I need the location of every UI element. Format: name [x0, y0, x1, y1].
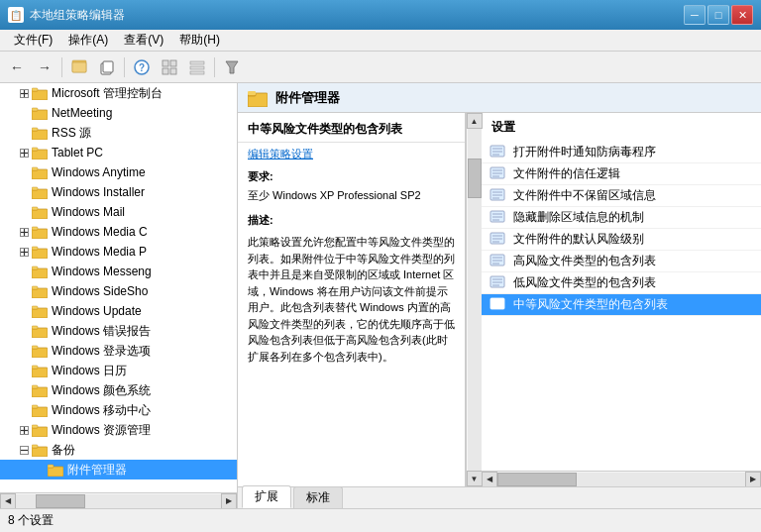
policy-desc-label: 描述:: [238, 209, 465, 230]
tab-standard[interactable]: 标准: [293, 486, 343, 508]
tree-item-microsoft[interactable]: Microsoft 管理控制台: [0, 83, 237, 103]
settings-item-7[interactable]: 中等风险文件类型的包含列表: [482, 294, 761, 316]
tree-label-winMediaC: Windows Media C: [52, 225, 148, 239]
window-title: 本地组策略编辑器: [30, 7, 125, 24]
menu-action[interactable]: 操作(A): [60, 30, 116, 51]
tree-item-winInstaller[interactable]: Windows Installer: [0, 182, 237, 202]
folder-icon-winMediaC: [32, 225, 48, 239]
filter-button[interactable]: [219, 55, 245, 79]
menu-view[interactable]: 查看(V): [116, 30, 171, 51]
tree-item-winMobile[interactable]: Windows 移动中心: [0, 400, 237, 420]
settings-item-1[interactable]: 文件附件的信任逻辑: [482, 163, 761, 185]
tree-label-winMobile: Windows 移动中心: [52, 402, 151, 419]
tree-item-winCalendar[interactable]: Windows 日历: [0, 361, 237, 380]
expander-winMail: [16, 204, 32, 220]
expander-attachMgr: [32, 462, 48, 478]
tree-item-winMediaC[interactable]: Windows Media C: [0, 222, 237, 242]
close-button[interactable]: ✕: [731, 5, 753, 25]
left-scroll-right[interactable]: ▶: [221, 493, 237, 509]
toolbar: ← → ?: [0, 52, 761, 83]
list-button[interactable]: [184, 55, 210, 79]
left-scroll-thumb[interactable]: [36, 494, 85, 508]
help-button[interactable]: ?: [129, 55, 155, 79]
tree-item-winUpdate[interactable]: Windows Update: [0, 301, 237, 321]
expander-winSideShow: [16, 283, 32, 299]
policy-scroll-up[interactable]: ▲: [467, 113, 483, 129]
tree-item-winMail[interactable]: Windows Mail: [0, 202, 237, 222]
tree-item-winAnytime[interactable]: Windows Anytime: [0, 162, 237, 182]
menu-file[interactable]: 文件(F): [6, 30, 60, 51]
folder-icon-winUpdate: [32, 304, 48, 318]
settings-h-scrollbar[interactable]: ◀ ▶: [482, 471, 761, 486]
policy-scrollbar[interactable]: ▲ ▼: [466, 113, 482, 486]
tree-item-attachMgr[interactable]: 附件管理器: [0, 460, 237, 479]
tree-item-winExplorer[interactable]: Windows 资源管理: [0, 420, 237, 440]
tree-item-rss[interactable]: RSS 源: [0, 123, 237, 143]
status-text: 8 个设置: [8, 512, 54, 529]
settings-item-label-7: 中等风险文件类型的包含列表: [513, 296, 668, 313]
tree-label-winSideShow: Windows SideSho: [52, 284, 148, 298]
settings-item-6[interactable]: 低风险文件类型的包含列表: [482, 272, 761, 294]
folder-icon-winInstaller: [32, 185, 48, 199]
tree-label-winError: Windows 错误报告: [52, 323, 151, 340]
policy-require-content: 至少 Windows XP Professional SP2: [238, 186, 465, 209]
settings-scroll-thumb[interactable]: [497, 473, 577, 486]
policy-scroll-down[interactable]: ▼: [467, 471, 483, 486]
tree-item-winColor[interactable]: Windows 颜色系统: [0, 380, 237, 400]
status-bar: 8 个设置: [0, 508, 761, 532]
tree-item-winLogin[interactable]: Windows 登录选项: [0, 341, 237, 361]
policy-scroll-thumb[interactable]: [468, 159, 482, 198]
expander-winExplorer[interactable]: [16, 422, 32, 438]
folder-icon-rss: [32, 126, 48, 140]
expander-winInstaller: [16, 184, 32, 200]
tree-item-winSideShow[interactable]: Windows SideSho: [0, 281, 237, 301]
tab-expand[interactable]: 扩展: [242, 485, 291, 508]
tree-view[interactable]: Microsoft 管理控制台NetMeetingRSS 源Tablet PCW…: [0, 83, 237, 492]
back-button[interactable]: ←: [4, 55, 30, 79]
tree-item-tablet[interactable]: Tablet PC: [0, 143, 237, 162]
settings-item-0[interactable]: 打开附件时通知防病毒程序: [482, 142, 761, 163]
tree-label-winAnytime: Windows Anytime: [52, 165, 146, 179]
settings-scroll-left[interactable]: ◀: [482, 472, 497, 487]
window-controls: ─ □ ✕: [684, 5, 753, 25]
settings-item-2[interactable]: 文件附件中不保留区域信息: [482, 185, 761, 207]
view-button[interactable]: [157, 55, 182, 79]
settings-item-5[interactable]: 高风险文件类型的包含列表: [482, 251, 761, 272]
expander-backup[interactable]: [16, 442, 32, 458]
svg-rect-7: [170, 60, 176, 66]
settings-scroll-right[interactable]: ▶: [745, 472, 761, 487]
maximize-button[interactable]: □: [707, 5, 729, 25]
folder-icon-backup: [32, 443, 48, 457]
left-scroll-left[interactable]: ◀: [0, 493, 16, 509]
expander-winMediaP[interactable]: [16, 244, 32, 260]
expander-winError: [16, 323, 32, 339]
expander-winCalendar: [16, 363, 32, 378]
tree-item-winMessenger[interactable]: Windows Messeng: [0, 262, 237, 281]
tree-item-winMediaP[interactable]: Windows Media P: [0, 242, 237, 262]
expander-winMediaC[interactable]: [16, 224, 32, 240]
settings-item-4[interactable]: 文件附件的默认风险级别: [482, 229, 761, 251]
menu-help[interactable]: 帮助(H): [171, 30, 228, 51]
tree-item-netmeeting[interactable]: NetMeeting: [0, 103, 237, 123]
settings-item-3[interactable]: 隐藏删除区域信息的机制: [482, 207, 761, 229]
tree-label-rss: RSS 源: [52, 125, 91, 142]
copy-button[interactable]: [94, 55, 120, 79]
tree-label-winExplorer: Windows 资源管理: [52, 422, 151, 439]
tree-label-winUpdate: Windows Update: [52, 304, 142, 318]
forward-button[interactable]: →: [32, 55, 57, 79]
folder-icon-winAnytime: [32, 165, 48, 179]
policy-edit-link[interactable]: 编辑策略设置: [238, 143, 465, 165]
expander-tablet[interactable]: [16, 145, 32, 160]
svg-rect-9: [170, 68, 176, 74]
expander-winLogin: [16, 343, 32, 359]
tree-item-winError[interactable]: Windows 错误报告: [0, 321, 237, 341]
svg-marker-13: [226, 61, 238, 73]
expander-microsoft[interactable]: [16, 85, 32, 101]
tree-item-backup[interactable]: 备份: [0, 440, 237, 460]
up-button[interactable]: [66, 55, 92, 79]
svg-rect-55: [32, 266, 38, 269]
left-h-scrollbar[interactable]: ◀ ▶: [0, 492, 237, 508]
tree-label-winInstaller: Windows Installer: [52, 185, 145, 199]
minimize-button[interactable]: ─: [684, 5, 706, 25]
tree-label-winColor: Windows 颜色系统: [52, 382, 151, 399]
